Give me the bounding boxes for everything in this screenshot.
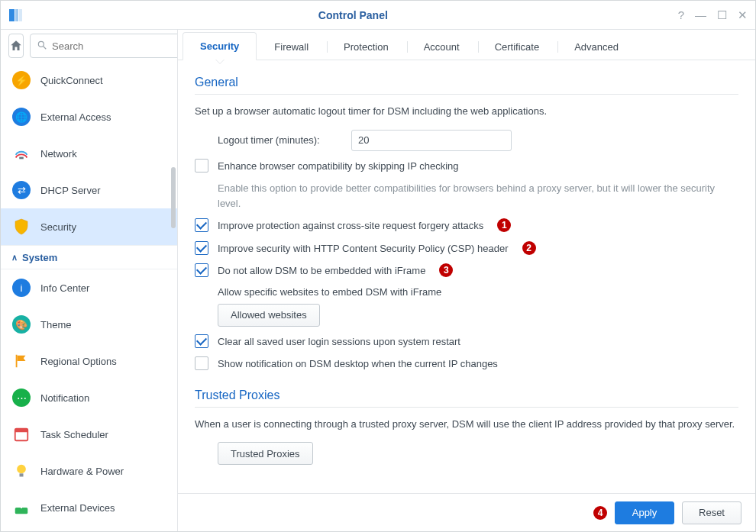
chat-icon: ⋯ xyxy=(11,388,31,408)
calendar-icon xyxy=(11,424,31,444)
section-title-general: General xyxy=(195,76,738,95)
sidebar-item-hardware-power[interactable]: Hardware & Power xyxy=(1,453,177,489)
apply-button[interactable]: Apply xyxy=(615,501,674,524)
sidebar-item-network[interactable]: Network xyxy=(1,135,177,172)
active-tab-caret-icon xyxy=(215,60,225,64)
sidebar-group-system[interactable]: ∧ System xyxy=(1,245,177,269)
allowed-websites-button[interactable]: Allowed websites xyxy=(218,304,320,327)
logout-timer-label: Logout timer (minutes): xyxy=(218,134,344,146)
sidebar-item-label: Task Scheduler xyxy=(40,429,108,440)
annotation-badge-3: 3 xyxy=(439,263,453,277)
tab-protection[interactable]: Protection xyxy=(326,33,406,60)
dhcp-icon: ⇄ xyxy=(11,180,31,200)
tab-advanced[interactable]: Advanced xyxy=(557,33,636,60)
sidebar-item-label: External Access xyxy=(40,111,111,123)
sidebar: ⚡ QuickConnect 🌐 External Access Network… xyxy=(1,30,178,531)
app-icon xyxy=(8,8,24,23)
sidebar-item-notification[interactable]: ⋯ Notification xyxy=(1,379,177,416)
maximize-icon[interactable]: ☐ xyxy=(717,8,727,22)
tab-label: Advanced xyxy=(574,41,619,53)
tab-label: Certificate xyxy=(495,41,540,53)
sidebar-item-label: DHCP Server xyxy=(40,185,101,196)
shield-icon xyxy=(11,217,31,237)
bulb-icon xyxy=(11,461,31,481)
sidebar-group-label: System xyxy=(22,252,57,263)
sidebar-item-label: Network xyxy=(40,148,77,160)
sidebar-item-label: Notification xyxy=(40,392,89,404)
csp-checkbox[interactable] xyxy=(195,241,208,255)
general-description: Set up a browser automatic logout timer … xyxy=(195,104,738,119)
titlebar: Control Panel ? — ☐ ✕ xyxy=(1,1,755,30)
minimize-icon[interactable]: — xyxy=(695,8,706,22)
tab-certificate[interactable]: Certificate xyxy=(477,33,557,60)
sidebar-item-regional[interactable]: Regional Options xyxy=(1,343,177,379)
enhance-compat-hint-row: Enable this option to provide better com… xyxy=(195,181,738,211)
enhance-compat-checkbox[interactable] xyxy=(195,159,208,172)
svg-point-9 xyxy=(17,465,26,474)
sidebar-item-external-devices[interactable]: External Devices xyxy=(1,489,177,526)
tab-firewall[interactable]: Firewall xyxy=(257,33,326,60)
tab-label: Security xyxy=(200,40,239,52)
sidebar-item-external-access[interactable]: 🌐 External Access xyxy=(1,98,177,135)
svg-line-4 xyxy=(44,46,47,49)
ip-notify-checkbox[interactable] xyxy=(195,356,208,370)
search-input[interactable] xyxy=(52,40,178,52)
logout-timer-input[interactable] xyxy=(351,130,512,151)
search-box[interactable] xyxy=(30,34,178,58)
close-icon[interactable]: ✕ xyxy=(738,8,748,22)
scrollbar[interactable] xyxy=(171,167,176,228)
trusted-proxies-button[interactable]: Trusted Proxies xyxy=(218,442,313,465)
sidebar-item-label: Regional Options xyxy=(40,356,117,367)
iframe-checkbox[interactable] xyxy=(195,263,208,277)
csp-row: Improve security with HTTP Content Secur… xyxy=(195,241,738,256)
sidebar-item-security[interactable]: Security xyxy=(1,208,177,245)
search-icon xyxy=(37,40,47,53)
window-title: Control Panel xyxy=(28,9,678,21)
svg-rect-0 xyxy=(9,9,15,21)
ip-notify-label: Show notification on DSM desktop when th… xyxy=(218,356,498,372)
csp-label: Improve security with HTTP Content Secur… xyxy=(218,241,509,256)
upload-icon xyxy=(11,498,31,517)
window-controls: ? — ☐ ✕ xyxy=(678,8,748,22)
csrf-row: Improve protection against cross-site re… xyxy=(195,218,738,234)
info-icon: i xyxy=(11,278,31,298)
panel: General Set up a browser automatic logou… xyxy=(178,60,755,531)
sidebar-item-label: QuickConnect xyxy=(40,75,103,86)
bolt-icon: ⚡ xyxy=(11,70,31,90)
palette-icon: 🎨 xyxy=(11,314,31,334)
svg-rect-11 xyxy=(15,508,28,514)
tab-account[interactable]: Account xyxy=(406,33,477,60)
sidebar-item-info-center[interactable]: i Info Center xyxy=(1,269,177,306)
svg-rect-2 xyxy=(19,9,22,21)
enhance-compat-row: Enhance browser compatibility by skippin… xyxy=(195,159,738,174)
iframe-row: Do not allow DSM to be embedded with iFr… xyxy=(195,263,738,279)
sidebar-item-label: Hardware & Power xyxy=(40,466,124,477)
sidebar-item-label: Theme xyxy=(40,319,71,330)
annotation-badge-4: 4 xyxy=(593,506,607,520)
csrf-checkbox[interactable] xyxy=(195,218,208,232)
enhance-compat-label: Enhance browser compatibility by skippin… xyxy=(218,159,459,174)
sidebar-item-label: Security xyxy=(40,221,76,233)
home-button[interactable] xyxy=(8,34,24,58)
sidebar-item-task-scheduler[interactable]: Task Scheduler xyxy=(1,416,177,453)
ip-notify-row: Show notification on DSM desktop when th… xyxy=(195,356,738,372)
tab-security[interactable]: Security xyxy=(183,32,257,60)
tab-label: Firewall xyxy=(274,41,309,53)
clear-sessions-label: Clear all saved user login sessions upon… xyxy=(218,334,460,350)
tab-label: Protection xyxy=(344,41,389,53)
trusted-proxies-row: Trusted Proxies xyxy=(195,442,738,465)
clear-sessions-row: Clear all saved user login sessions upon… xyxy=(195,334,738,350)
sidebar-item-dhcp[interactable]: ⇄ DHCP Server xyxy=(1,172,177,208)
network-icon xyxy=(11,143,31,163)
reset-button[interactable]: Reset xyxy=(682,501,741,524)
sidebar-item-label: Info Center xyxy=(40,282,89,294)
sidebar-item-quickconnect[interactable]: ⚡ QuickConnect xyxy=(1,62,177,98)
svg-rect-5 xyxy=(19,157,24,160)
clear-sessions-checkbox[interactable] xyxy=(195,334,208,348)
footer: 4 Apply Reset xyxy=(178,493,755,531)
csrf-label: Improve protection against cross-site re… xyxy=(218,218,483,234)
home-icon xyxy=(9,39,23,53)
sidebar-item-theme[interactable]: 🎨 Theme xyxy=(1,306,177,343)
section-title-proxies: Trusted Proxies xyxy=(195,389,738,408)
help-icon[interactable]: ? xyxy=(678,8,684,22)
